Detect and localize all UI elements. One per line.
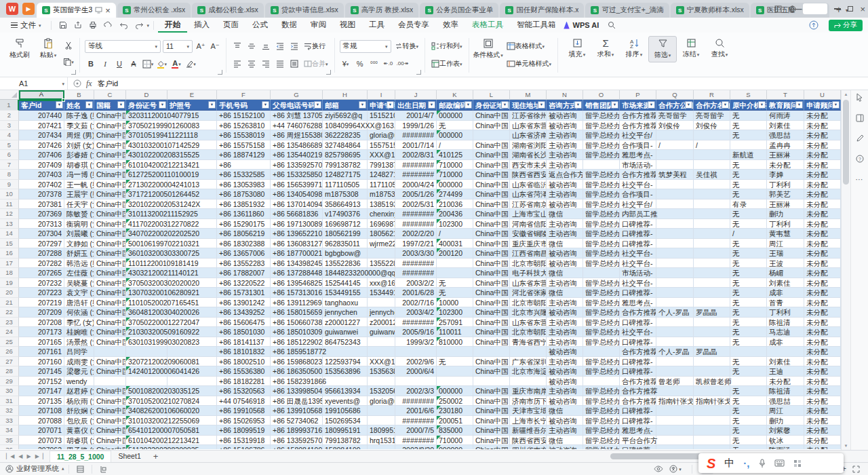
cell[interactable]: 周江 — [767, 406, 804, 416]
cell[interactable]: 留学总经办 — [583, 150, 620, 160]
cell[interactable]: +86 13439252 — [217, 307, 271, 318]
cell[interactable]: China中国 — [94, 130, 126, 140]
cell[interactable]: 180562199 — [323, 229, 368, 239]
cell[interactable]: 北京市兴隆 — [510, 307, 547, 318]
cell[interactable]: 无 — [730, 298, 767, 308]
menu-item-工具[interactable]: 工具 — [362, 18, 391, 33]
cell[interactable]: 未分配 — [804, 200, 841, 210]
cell[interactable] — [368, 406, 395, 416]
cell[interactable]: 207381 — [19, 200, 64, 210]
cell[interactable]: 口碑推荐- — [620, 337, 656, 347]
cell[interactable]: xxx@163.c — [368, 278, 395, 288]
fill-button[interactable]: 填充▾ — [563, 36, 591, 61]
cell[interactable]: 雅思考点- — [620, 150, 656, 160]
cell[interactable]: 马志迪 — [767, 327, 804, 337]
cell[interactable] — [656, 357, 694, 367]
cell[interactable]: +86 1343982452 — [271, 259, 323, 269]
column-header-cell[interactable]: 身份证号▾ — [126, 100, 167, 111]
cell[interactable]: 130703200106280921 — [126, 288, 167, 298]
cell[interactable]: 任天宇 (女) — [64, 200, 94, 210]
cell[interactable]: +86 56681836 — [271, 209, 323, 219]
cell[interactable]: 合作方推荐 — [620, 386, 656, 396]
cell[interactable]: 亮哥留学 — [656, 111, 694, 121]
cell[interactable]: 指南针张戈 — [694, 396, 730, 406]
cell[interactable]: ######## — [395, 416, 437, 426]
sort-button[interactable]: AZ 排序▾ — [620, 36, 648, 61]
align-right-icon[interactable] — [260, 58, 272, 70]
cell[interactable]: 630103199903020823 — [126, 337, 167, 347]
cell[interactable] — [694, 366, 730, 377]
cell[interactable]: China中国 — [473, 318, 510, 328]
undo-icon[interactable] — [119, 22, 128, 29]
cell[interactable]: 市场活动- — [620, 268, 656, 278]
cell[interactable]: 207135 — [19, 396, 64, 406]
cell[interactable]: 207282 — [19, 259, 64, 269]
cell[interactable]: 835000 — [437, 425, 473, 436]
cell[interactable]: +86 13220522 — [217, 278, 271, 288]
name-box[interactable]: A1 ▾ — [0, 77, 68, 90]
column-header-cell[interactable]: 原中介机构▾ — [730, 100, 767, 111]
cell[interactable]: 未分配 — [804, 288, 841, 298]
cell[interactable]: 207421 — [19, 121, 64, 131]
cell[interactable] — [694, 357, 730, 367]
cell[interactable] — [694, 445, 730, 449]
cell[interactable]: +86 18141137 — [217, 337, 271, 347]
cell[interactable]: China中国 — [94, 150, 126, 160]
cell[interactable] — [368, 268, 395, 278]
cell[interactable]: 2001/4/7 — [395, 111, 437, 121]
cell[interactable]: +86 1580156591 — [271, 307, 323, 318]
column-header-cell[interactable]: 合作方公司▾ — [656, 100, 694, 111]
cell[interactable]: China中国 — [94, 357, 126, 367]
cell[interactable] — [694, 425, 730, 436]
cell[interactable] — [583, 160, 620, 170]
filter-button[interactable]: ▾ — [262, 101, 269, 109]
cell[interactable]: 320721200209060081 — [126, 357, 167, 367]
filter-button[interactable]: ▾ — [465, 101, 472, 109]
cell[interactable] — [167, 239, 217, 249]
row-header[interactable]: 5 — [0, 140, 19, 151]
cell[interactable] — [694, 327, 730, 337]
cell[interactable]: +86 15320563 — [217, 386, 271, 396]
cell[interactable]: 留学总经办 — [583, 327, 620, 337]
cell[interactable]: 2001/6/6 — [395, 406, 437, 416]
format-painter-button[interactable]: 格式刷 — [5, 36, 34, 62]
cell[interactable]: China中国 — [94, 200, 126, 210]
column-header-cell[interactable]: 申请专用邮箱▾ — [368, 100, 395, 111]
cell[interactable]: 河南省信阳 — [510, 219, 547, 229]
cell[interactable] — [656, 150, 694, 160]
cell[interactable]: 新疆维吾尔 — [510, 425, 547, 436]
cell[interactable] — [167, 180, 217, 190]
cell[interactable]: 未分配 — [804, 189, 841, 200]
column-header-cell[interactable]: 邮箱▾ — [323, 100, 368, 111]
cell[interactable]: China中国 — [473, 298, 510, 308]
cell[interactable]: 陈祖清 — [767, 386, 804, 396]
add-sheet-button[interactable]: + — [153, 451, 159, 461]
cell[interactable]: +86 1370140948 — [271, 200, 323, 210]
cell[interactable]: 舒妍玉 (女) — [64, 248, 94, 259]
cell[interactable] — [583, 347, 620, 357]
cell[interactable]: 汤景然 (女) — [64, 337, 94, 347]
cell[interactable] — [167, 327, 217, 337]
cell[interactable]: 207161 — [19, 347, 64, 357]
cell[interactable]: +86 1391129694 — [271, 298, 323, 308]
cell[interactable]: 留学总经办 — [583, 200, 620, 210]
cell[interactable]: 被动咨询 — [547, 307, 583, 318]
cell[interactable] — [94, 347, 126, 357]
cell[interactable]: 被动咨询 — [547, 248, 583, 259]
cell[interactable]: +86 18099519 — [217, 425, 271, 436]
cell[interactable]: 留学总经办 — [583, 121, 620, 131]
cell[interactable]: 合作项目- — [620, 140, 656, 151]
cell[interactable]: 口碑推荐- — [620, 318, 656, 328]
document-tab[interactable]: S可过_支付宝+_滴滴 — [585, 3, 669, 18]
cell[interactable]: 117110505 — [323, 180, 368, 190]
cell[interactable] — [437, 259, 473, 269]
cell[interactable]: 430102200208315525 — [126, 150, 167, 160]
cell[interactable] — [368, 121, 395, 131]
cell[interactable]: 山东省东营 — [510, 278, 547, 288]
cell[interactable]: China中国 — [473, 200, 510, 210]
menu-item-表格工具[interactable]: 表格工具 — [465, 18, 510, 33]
row-header[interactable]: 19 — [0, 278, 19, 288]
cell[interactable] — [656, 386, 694, 396]
cell[interactable]: m1875308 — [368, 189, 395, 200]
cell[interactable]: 151521001 — [368, 111, 395, 121]
